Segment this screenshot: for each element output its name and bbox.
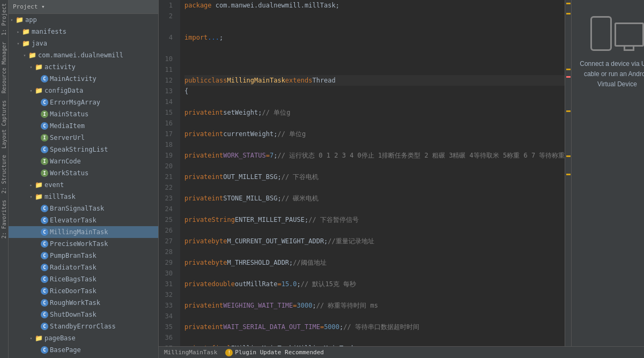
tree-icon-BasePage: C (41, 346, 48, 354)
tree-item-com.manwei.dualnewmill[interactable]: ▾📁com.manwei.dualnewmill (9, 49, 158, 61)
code-content[interactable]: package com.manwei.dualnewmill.millTask;… (180, 0, 565, 346)
scroll-mark-3 (566, 69, 571, 70)
tree-arrow-activity: ▾ (28, 65, 34, 70)
tree-item-app[interactable]: ▾📁app (9, 14, 158, 26)
tree-item-ElevatorTask[interactable]: CElevatorTask (9, 214, 158, 226)
tree-icon-ErrorMsgArray: C (41, 99, 48, 106)
code-line-19: private int WORK_STATUS = 7;// 运行状态 0 1 … (184, 150, 565, 161)
tree-item-millTask[interactable]: ▾📁millTask (9, 191, 158, 203)
tree-item-WarnCode[interactable]: IWarnCode (9, 155, 158, 167)
tree-label-millTask: millTask (45, 193, 76, 200)
tree-item-ErrorMsgArray[interactable]: CErrorMsgArray (9, 96, 158, 108)
tree-item-RiceDoorTask[interactable]: CRiceDoorTask (9, 285, 158, 297)
line-num-25: 25 (159, 214, 176, 225)
tree-label-WorkStatus: WorkStatus (50, 169, 88, 177)
tree-arrow-millTask: ▾ (28, 195, 34, 199)
tree-item-MillingMainTask[interactable]: CMillingMainTask (9, 226, 158, 238)
tree-label-RoughWorkTask: RoughWorkTask (50, 299, 100, 307)
tree-item-configData[interactable]: ▾📁configData (9, 85, 158, 96)
structure-tab[interactable]: 2: Structure (0, 152, 8, 197)
line-num-19: 19 (159, 150, 176, 161)
tree-icon-RiceBagsTask: C (41, 275, 48, 283)
tree-arrow-app: ▾ (9, 18, 15, 23)
tree-item-RoughWorkTask[interactable]: CRoughWorkTask (9, 297, 158, 309)
tree-icon-millTask: 📁 (34, 192, 43, 201)
code-line-2 (184, 11, 565, 21)
code-line-13: { (184, 86, 565, 96)
tree-item-ShutDownTask[interactable]: CShutDownTask (9, 309, 158, 320)
tree-item-event[interactable]: ▸📁event (9, 179, 158, 191)
tree-item-activity[interactable]: ▾📁activity (9, 61, 158, 73)
tree-item-MediaItem[interactable]: CMediaItem (9, 120, 158, 132)
tree-icon-MainActivity: C (41, 75, 48, 83)
tree-item-MainStatus[interactable]: IMainStatus (9, 108, 158, 120)
tree-arrow-com.manwei.dualnewmill: ▾ (21, 53, 28, 58)
line-num-11: 11 (159, 64, 176, 75)
tree-icon-PreciseWorkTask: C (41, 240, 48, 248)
tree-item-RadiatorTask[interactable]: CRadiatorTask (9, 262, 158, 273)
tree-icon-BranSignalTask: C (41, 205, 48, 212)
line-num-2: 2 (159, 11, 176, 21)
line-num-13: 13 (159, 86, 176, 96)
tree-item-WorkStatus[interactable]: IWorkStatus (9, 167, 158, 179)
monitor-stand (624, 47, 634, 51)
tree-label-WarnCode: WarnCode (50, 158, 81, 165)
tree-item-RiceBagsTask[interactable]: CRiceBagsTask (9, 273, 158, 285)
editor-area: 1241011121314151617181920212223242526272… (159, 0, 644, 346)
tree-item-BasePage[interactable]: CBasePage (9, 344, 158, 356)
tree-item-StandbyErrorClass[interactable]: CStandbyErrorClass (9, 320, 158, 332)
layout-captures-tab[interactable]: Layout Captures (0, 97, 8, 152)
code-line-31: private double outMillRate = 15.0; // 默认… (184, 279, 565, 289)
tree-icon-activity: 📁 (34, 63, 43, 71)
tree-label-ErrorMsgArray: ErrorMsgArray (50, 99, 100, 106)
plugin-update[interactable]: ! Plugin Update Recommended (225, 349, 324, 356)
line-num-18: 18 (159, 139, 176, 150)
line-num-14: 14 (159, 96, 176, 107)
tree-label-ServerUrl: ServerUrl (50, 134, 85, 141)
tree-item-pages[interactable]: ▾📁pages (9, 356, 158, 358)
tree-label-com.manwei.dualnewmill: com.manwei.dualnewmill (38, 51, 123, 59)
tree-label-activity: activity (45, 63, 76, 71)
line-num-22: 22 (159, 182, 176, 193)
tree-item-java[interactable]: ▾📁java (9, 38, 158, 49)
resource-manager-tab[interactable]: Resource Manager (0, 39, 8, 96)
line-num-1: 1 (159, 0, 176, 11)
tree-label-RiceDoorTask: RiceDoorTask (50, 287, 97, 295)
line-num-36: 36 (159, 332, 176, 343)
line-num-32: 32 (159, 289, 176, 300)
tree-item-manifests[interactable]: ▸📁manifests (9, 26, 158, 38)
tree-item-PumpBranTask[interactable]: CPumpBranTask (9, 250, 158, 262)
code-line-empty-4 (184, 43, 565, 54)
line-num-16: 16 (159, 118, 176, 129)
project-tab[interactable]: 1: Project (0, 0, 8, 39)
tree-label-app: app (25, 16, 37, 24)
tree-icon-configData: 📁 (34, 86, 43, 95)
warning-icon: ! (225, 349, 233, 356)
code-line-12: public class MillingMainTask extends Thr… (184, 75, 565, 86)
tree-label-PreciseWorkTask: PreciseWorkTask (50, 240, 108, 248)
code-line-10 (184, 54, 565, 64)
tree-label-manifests: manifests (32, 28, 66, 35)
code-editor: 1241011121314151617181920212223242526272… (159, 0, 571, 346)
line-num-27: 27 (159, 236, 176, 247)
tree-label-PumpBranTask: PumpBranTask (50, 252, 97, 259)
tree-item-ServerUrl[interactable]: IServerUrl (9, 132, 158, 144)
tree-item-MainActivity[interactable]: CMainActivity (9, 73, 158, 85)
tree-item-BranSignalTask[interactable]: CBranSignalTask (9, 203, 158, 214)
tree-label-java: java (32, 40, 47, 47)
code-line-15: private int setWeight; // 单位g (184, 107, 565, 118)
tree-icon-PumpBranTask: C (41, 252, 48, 259)
line-num-empty-2 (159, 21, 176, 32)
code-line-27: private byte M_CURRENT_OUT_WEIGHT_ADDR; … (184, 236, 565, 247)
file-tree[interactable]: ▾📁app▸📁manifests▾📁java▾📁com.manwei.dualn… (9, 14, 158, 358)
line-num-29: 29 (159, 257, 176, 268)
tree-item-pageBase[interactable]: ▾📁pageBase (9, 332, 158, 344)
line-num-12: 12 (159, 75, 176, 86)
line-num-30: 30 (159, 268, 176, 279)
tree-label-MillingMainTask: MillingMainTask (50, 228, 108, 236)
favorites-tab[interactable]: 2: Favorites (0, 197, 8, 242)
tree-item-PreciseWorkTask[interactable]: CPreciseWorkTask (9, 238, 158, 250)
code-line-32 (184, 289, 565, 300)
tree-item-SpeakStringList[interactable]: CSpeakStringList (9, 144, 158, 155)
tree-icon-RiceDoorTask: C (41, 287, 48, 295)
